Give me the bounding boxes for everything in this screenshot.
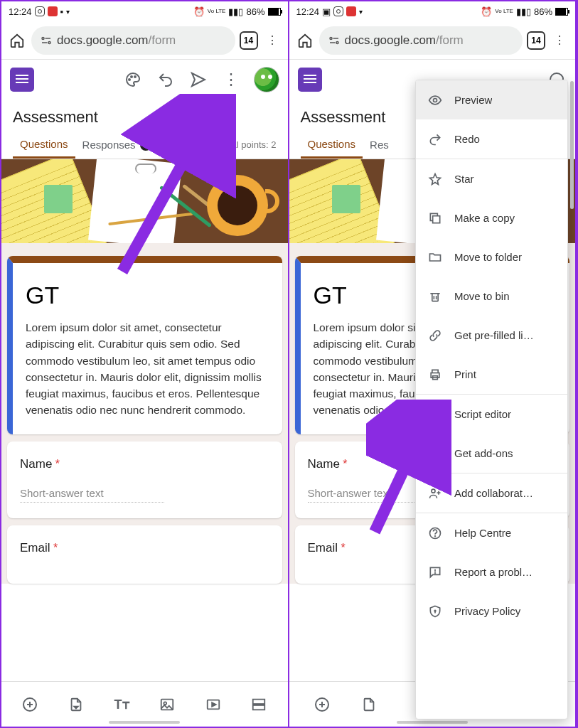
help-icon [427,525,443,541]
notification-icon [48,6,58,16]
url-bar[interactable]: docs.google.com/form [319,26,523,55]
battery-text: 86% [246,6,264,17]
forms-toolbar: ⋮ [1,60,288,100]
svg-point-11 [164,702,167,705]
bottom-toolbar: Tᴛ [1,681,288,727]
menu-privacy[interactable]: Privacy Policy [416,592,567,631]
alarm-icon: ⏰ [481,6,492,17]
menu-print[interactable]: Print [416,355,567,394]
status-bar: 12:24 ▪ ▾ ⏰ Vo LTE ▮▮▯ 86% [1,1,288,21]
add-question-icon[interactable] [311,693,333,716]
notification-icon [346,6,356,16]
svg-point-33 [435,535,436,536]
browser-menu-icon[interactable]: ⋮ [550,31,569,50]
site-settings-icon [328,34,341,47]
scroll-indicator [570,81,574,209]
home-icon[interactable] [295,31,315,50]
forms-logo-icon[interactable] [10,68,34,92]
menu-redo[interactable]: Redo [416,119,567,159]
svg-point-36 [434,610,436,611]
url-bar[interactable]: docs.google.com/form [31,26,235,55]
add-section-icon[interactable] [247,693,270,716]
signal-icon: ▮▮▯ [228,6,243,17]
svg-point-29 [432,489,435,493]
tab-responses[interactable]: Responses [75,131,159,159]
palette-icon[interactable] [123,70,143,90]
required-asterisk: * [343,458,347,470]
home-icon[interactable] [7,31,27,50]
menu-make-copy[interactable]: Make a copy [416,198,567,237]
menu-help[interactable]: Help Centre [416,513,567,552]
menu-move-folder[interactable]: Move to folder [416,237,567,277]
add-video-icon[interactable] [202,693,225,716]
question-card-email[interactable]: Email * [7,525,282,584]
more-icon[interactable]: ⋮ [221,70,241,90]
form-description: Lorem ipsum dolor sit amet, consectetur … [26,319,269,419]
people-plus-icon [427,486,443,501]
forms-logo-icon[interactable] [298,68,322,92]
network-label: Vo LTE [208,9,226,14]
browser-menu-icon[interactable]: ⋮ [262,31,282,50]
status-caret: ▾ [359,8,363,16]
send-icon[interactable] [188,70,208,90]
battery-icon [268,8,281,16]
undo-icon[interactable] [156,70,176,90]
question-label: Name [20,457,52,471]
tab-settings[interactable]: Set [159,131,189,159]
gesture-bar [397,721,468,724]
site-settings-icon [40,34,53,47]
menu-preview[interactable]: Preview [416,80,567,119]
question-label: Name [308,457,340,471]
gesture-bar [109,721,180,724]
screenshot-left: 12:24 ▪ ▾ ⏰ Vo LTE ▮▮▯ 86% docs.google.c… [1,1,289,727]
import-questions-icon[interactable] [65,693,87,716]
url-path: /form [436,33,464,48]
form-banner [1,159,288,243]
tab-switcher[interactable]: 14 [527,31,545,50]
star-icon [427,171,443,187]
feedback-icon [427,564,443,580]
required-asterisk: * [341,542,345,554]
svg-point-18 [336,41,338,43]
svg-point-4 [129,79,130,80]
status-bar: 12:24 ▣ ▾ ⏰ Vo LTE ▮▮▯ 86% [289,1,576,21]
question-card-name[interactable]: Name * Short-answer text [7,441,282,518]
battery-text: 86% [534,6,552,17]
eye-icon [427,92,443,108]
menu-script-editor[interactable]: Script editor [416,395,567,434]
tab-questions[interactable]: Questions [301,131,363,159]
status-caret: ▾ [66,8,70,16]
svg-rect-14 [253,705,265,709]
menu-move-bin[interactable]: Move to bin [416,277,567,316]
svg-point-6 [134,76,136,77]
add-title-icon[interactable]: Tᴛ [110,693,133,716]
add-image-icon[interactable] [156,693,178,716]
form-header-card[interactable]: GT Lorem ipsum dolor sit amet, consectet… [7,256,282,434]
svg-point-23 [434,98,437,102]
required-asterisk: * [55,458,60,470]
alarm-icon: ⏰ [193,6,205,17]
redo-icon [427,132,443,147]
network-label: Vo LTE [495,9,513,14]
menu-report[interactable]: Report a probl… [416,552,567,592]
menu-addons[interactable]: Get add-ons [416,434,567,473]
tab-switcher[interactable]: 14 [240,31,258,50]
link-icon [427,328,443,343]
tab-responses[interactable]: Res [363,131,396,159]
add-question-icon[interactable] [18,693,41,716]
total-points: Total points: 2 [219,139,276,150]
avatar[interactable] [254,67,279,92]
import-questions-icon[interactable] [358,693,380,716]
menu-collaborators[interactable]: Add collaborat… [416,473,567,513]
code-icon [427,407,443,422]
url-host: docs.google.com [345,33,437,48]
browser-bar: docs.google.com/form 14 ⋮ [1,21,288,60]
status-dot: ▪ [60,6,64,17]
short-answer-placeholder: Short-answer tex [308,487,417,503]
tab-questions[interactable]: Questions [13,131,75,159]
menu-star[interactable]: Star [416,159,567,198]
form-heading: GT [26,282,269,309]
battery-icon [555,8,568,16]
overflow-menu: Preview Redo Star Make a copy Move to fo… [415,80,568,719]
menu-prefilled-link[interactable]: Get pre-filled li… [416,316,567,355]
